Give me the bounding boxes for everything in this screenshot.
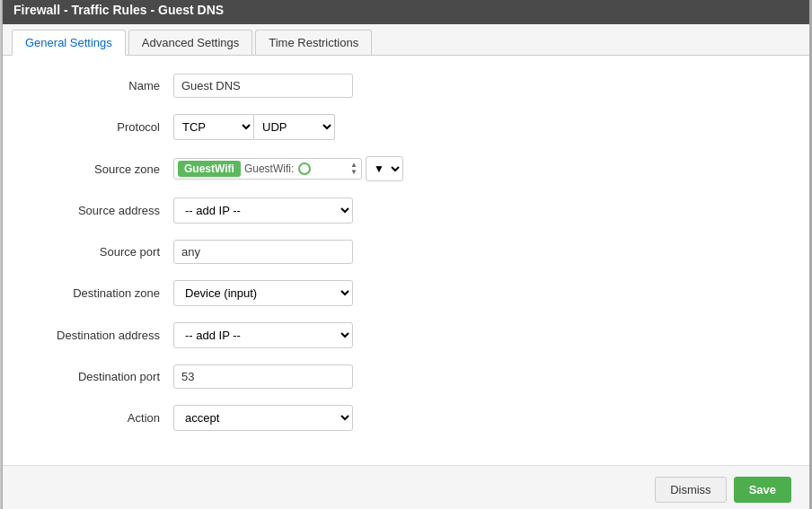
protocol-select-2[interactable]: UDP: [254, 114, 335, 140]
protocol-label: Protocol: [30, 120, 173, 134]
form-content: Name Protocol TCP UDP Source zone GuestW…: [3, 56, 809, 465]
source-zone-label: Source zone: [30, 162, 173, 176]
protocol-row: Protocol TCP UDP: [30, 114, 782, 140]
destination-port-input[interactable]: [173, 364, 353, 389]
tab-advanced[interactable]: Advanced Settings: [128, 30, 252, 55]
destination-port-label: Destination port: [30, 370, 173, 383]
destination-zone-select[interactable]: Device (input): [173, 280, 353, 306]
source-zone-text: GuestWifi:: [244, 162, 347, 176]
destination-zone-label: Destination zone: [30, 286, 173, 300]
source-address-row: Source address -- add IP --: [30, 197, 782, 224]
source-port-row: Source port: [30, 240, 782, 264]
tab-time-restrictions[interactable]: Time Restrictions: [255, 30, 372, 55]
protocol-select-1[interactable]: TCP: [173, 114, 254, 140]
protocol-controls: TCP UDP: [173, 114, 335, 140]
action-select[interactable]: accept drop reject DNAT SNAT: [173, 405, 353, 431]
footer: Dismiss Save: [3, 465, 809, 509]
destination-address-label: Destination address: [30, 329, 173, 342]
tab-general[interactable]: General Settings: [12, 30, 126, 56]
source-zone-row: Source zone GuestWifi GuestWifi: ▲ ▼ ▼: [30, 156, 782, 181]
dismiss-button[interactable]: Dismiss: [655, 477, 727, 503]
title-bar: Firewall - Traffic Rules - Guest DNS: [3, 0, 809, 24]
action-label: Action: [30, 411, 173, 425]
name-label: Name: [30, 79, 173, 92]
destination-address-row: Destination address -- add IP --: [30, 322, 782, 348]
source-zone-badge: GuestWifi: [178, 161, 241, 177]
action-row: Action accept drop reject DNAT SNAT: [30, 405, 782, 431]
save-button[interactable]: Save: [734, 477, 791, 503]
source-address-label: Source address: [30, 204, 173, 217]
spinner-down-icon[interactable]: ▼: [350, 169, 357, 176]
destination-address-select[interactable]: -- add IP --: [173, 322, 353, 348]
source-address-select[interactable]: -- add IP --: [173, 197, 353, 224]
tab-bar: General Settings Advanced Settings Time …: [3, 24, 809, 56]
source-zone-input[interactable]: GuestWifi GuestWifi: ▲ ▼: [173, 158, 362, 180]
name-input[interactable]: [173, 74, 353, 98]
main-window: Firewall - Traffic Rules - Guest DNS Gen…: [2, 0, 810, 509]
zone-spinner[interactable]: ▲ ▼: [350, 162, 357, 176]
source-port-input[interactable]: [173, 240, 353, 264]
name-row: Name: [30, 74, 782, 98]
source-zone-dropdown[interactable]: ▼: [366, 156, 403, 181]
destination-port-row: Destination port: [30, 364, 782, 389]
globe-icon: [298, 162, 311, 175]
source-port-label: Source port: [30, 245, 173, 259]
window-title: Firewall - Traffic Rules - Guest DNS: [13, 3, 224, 17]
destination-zone-row: Destination zone Device (input): [30, 280, 782, 306]
